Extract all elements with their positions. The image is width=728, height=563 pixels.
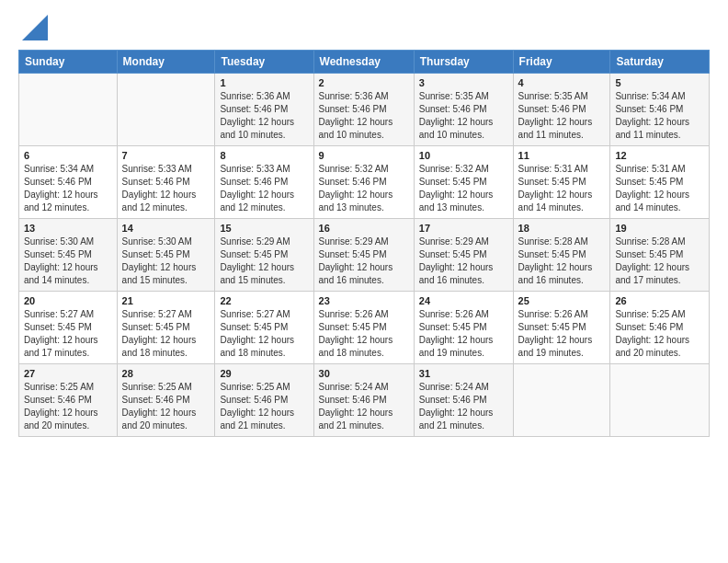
calendar-cell: 15Sunrise: 5:29 AMSunset: 5:45 PMDayligh… [215, 219, 313, 292]
day-number: 17 [419, 223, 508, 234]
day-number: 11 [518, 150, 606, 161]
day-number: 15 [220, 223, 308, 234]
day-number: 6 [24, 150, 112, 161]
calendar-week-4: 27Sunrise: 5:25 AMSunset: 5:46 PMDayligh… [19, 364, 710, 437]
day-number: 23 [319, 295, 409, 306]
calendar-cell: 8Sunrise: 5:33 AMSunset: 5:46 PMDaylight… [215, 146, 313, 219]
calendar-cell: 28Sunrise: 5:25 AMSunset: 5:46 PMDayligh… [117, 364, 215, 437]
day-number: 7 [122, 150, 210, 161]
calendar-cell [513, 364, 610, 437]
calendar-cell: 11Sunrise: 5:31 AMSunset: 5:45 PMDayligh… [513, 146, 610, 219]
day-number: 24 [419, 295, 508, 306]
calendar-cell: 21Sunrise: 5:27 AMSunset: 5:45 PMDayligh… [117, 292, 215, 364]
day-info: Sunrise: 5:26 AMSunset: 5:45 PMDaylight:… [319, 309, 393, 358]
calendar-cell: 24Sunrise: 5:26 AMSunset: 5:45 PMDayligh… [414, 292, 513, 364]
calendar-cell: 19Sunrise: 5:28 AMSunset: 5:45 PMDayligh… [610, 219, 710, 292]
day-info: Sunrise: 5:29 AMSunset: 5:45 PMDaylight:… [419, 236, 494, 285]
day-number: 26 [615, 295, 704, 306]
col-header-saturday: Saturday [610, 51, 710, 74]
col-header-monday: Monday [117, 51, 215, 74]
calendar-cell: 29Sunrise: 5:25 AMSunset: 5:46 PMDayligh… [215, 364, 313, 437]
day-info: Sunrise: 5:25 AMSunset: 5:46 PMDaylight:… [122, 382, 197, 431]
day-info: Sunrise: 5:36 AMSunset: 5:46 PMDaylight:… [319, 91, 393, 140]
day-number: 4 [518, 77, 606, 88]
day-info: Sunrise: 5:34 AMSunset: 5:46 PMDaylight:… [24, 164, 98, 213]
svg-marker-0 [22, 15, 48, 40]
day-number: 3 [419, 77, 508, 88]
day-info: Sunrise: 5:33 AMSunset: 5:46 PMDaylight:… [122, 164, 197, 213]
day-info: Sunrise: 5:26 AMSunset: 5:45 PMDaylight:… [419, 309, 494, 358]
calendar-cell: 20Sunrise: 5:27 AMSunset: 5:45 PMDayligh… [19, 292, 118, 364]
calendar-cell: 12Sunrise: 5:31 AMSunset: 5:45 PMDayligh… [610, 146, 710, 219]
day-number: 8 [220, 150, 308, 161]
day-info: Sunrise: 5:27 AMSunset: 5:45 PMDaylight:… [220, 309, 294, 358]
day-number: 19 [615, 223, 704, 234]
calendar-cell: 13Sunrise: 5:30 AMSunset: 5:45 PMDayligh… [19, 219, 118, 292]
header [18, 15, 710, 40]
day-number: 2 [319, 77, 409, 88]
day-info: Sunrise: 5:27 AMSunset: 5:45 PMDaylight:… [24, 309, 98, 358]
day-info: Sunrise: 5:24 AMSunset: 5:46 PMDaylight:… [319, 382, 393, 431]
day-number: 30 [319, 368, 409, 379]
day-number: 29 [220, 368, 308, 379]
calendar-cell: 22Sunrise: 5:27 AMSunset: 5:45 PMDayligh… [215, 292, 313, 364]
page: SundayMondayTuesdayWednesdayThursdayFrid… [0, 0, 728, 563]
day-number: 5 [615, 77, 704, 88]
calendar-cell: 25Sunrise: 5:26 AMSunset: 5:45 PMDayligh… [513, 292, 610, 364]
day-number: 10 [419, 150, 508, 161]
day-info: Sunrise: 5:28 AMSunset: 5:45 PMDaylight:… [615, 236, 689, 285]
day-number: 18 [518, 223, 606, 234]
day-info: Sunrise: 5:33 AMSunset: 5:46 PMDaylight:… [220, 164, 294, 213]
day-number: 1 [220, 77, 308, 88]
day-number: 31 [419, 368, 508, 379]
calendar-cell [19, 74, 118, 146]
calendar-cell: 26Sunrise: 5:25 AMSunset: 5:46 PMDayligh… [610, 292, 710, 364]
day-number: 21 [122, 295, 210, 306]
col-header-friday: Friday [513, 51, 610, 74]
calendar-week-3: 20Sunrise: 5:27 AMSunset: 5:45 PMDayligh… [19, 292, 710, 364]
col-header-wednesday: Wednesday [313, 51, 414, 74]
calendar-cell: 1Sunrise: 5:36 AMSunset: 5:46 PMDaylight… [215, 74, 313, 146]
day-number: 27 [24, 368, 112, 379]
day-number: 12 [615, 150, 704, 161]
day-info: Sunrise: 5:31 AMSunset: 5:45 PMDaylight:… [518, 164, 593, 213]
day-info: Sunrise: 5:30 AMSunset: 5:45 PMDaylight:… [122, 236, 197, 285]
calendar-cell: 7Sunrise: 5:33 AMSunset: 5:46 PMDaylight… [117, 146, 215, 219]
calendar-cell: 9Sunrise: 5:32 AMSunset: 5:46 PMDaylight… [313, 146, 414, 219]
calendar-header-row: SundayMondayTuesdayWednesdayThursdayFrid… [19, 51, 710, 74]
calendar-week-1: 6Sunrise: 5:34 AMSunset: 5:46 PMDaylight… [19, 146, 710, 219]
col-header-sunday: Sunday [19, 51, 118, 74]
calendar-cell [117, 74, 215, 146]
day-number: 9 [319, 150, 409, 161]
day-number: 20 [24, 295, 112, 306]
calendar-cell: 2Sunrise: 5:36 AMSunset: 5:46 PMDaylight… [313, 74, 414, 146]
calendar-cell: 27Sunrise: 5:25 AMSunset: 5:46 PMDayligh… [19, 364, 118, 437]
day-number: 22 [220, 295, 308, 306]
day-info: Sunrise: 5:31 AMSunset: 5:45 PMDaylight:… [615, 164, 689, 213]
day-info: Sunrise: 5:36 AMSunset: 5:46 PMDaylight:… [220, 91, 294, 140]
day-info: Sunrise: 5:24 AMSunset: 5:46 PMDaylight:… [419, 382, 494, 431]
calendar-cell: 10Sunrise: 5:32 AMSunset: 5:45 PMDayligh… [414, 146, 513, 219]
col-header-thursday: Thursday [414, 51, 513, 74]
day-info: Sunrise: 5:25 AMSunset: 5:46 PMDaylight:… [24, 382, 98, 431]
calendar-cell: 23Sunrise: 5:26 AMSunset: 5:45 PMDayligh… [313, 292, 414, 364]
calendar-cell [610, 364, 710, 437]
day-info: Sunrise: 5:32 AMSunset: 5:45 PMDaylight:… [419, 164, 494, 213]
day-info: Sunrise: 5:30 AMSunset: 5:45 PMDaylight:… [24, 236, 98, 285]
calendar-cell: 17Sunrise: 5:29 AMSunset: 5:45 PMDayligh… [414, 219, 513, 292]
calendar-cell: 30Sunrise: 5:24 AMSunset: 5:46 PMDayligh… [313, 364, 414, 437]
day-info: Sunrise: 5:28 AMSunset: 5:45 PMDaylight:… [518, 236, 593, 285]
day-info: Sunrise: 5:25 AMSunset: 5:46 PMDaylight:… [615, 309, 689, 358]
day-number: 28 [122, 368, 210, 379]
day-info: Sunrise: 5:25 AMSunset: 5:46 PMDaylight:… [220, 382, 294, 431]
calendar-table: SundayMondayTuesdayWednesdayThursdayFrid… [18, 50, 710, 437]
calendar-cell: 3Sunrise: 5:35 AMSunset: 5:46 PMDaylight… [414, 74, 513, 146]
day-number: 13 [24, 223, 112, 234]
calendar-week-2: 13Sunrise: 5:30 AMSunset: 5:45 PMDayligh… [19, 219, 710, 292]
day-info: Sunrise: 5:35 AMSunset: 5:46 PMDaylight:… [518, 91, 593, 140]
logo-icon [22, 15, 48, 40]
calendar-cell: 4Sunrise: 5:35 AMSunset: 5:46 PMDaylight… [513, 74, 610, 146]
day-info: Sunrise: 5:35 AMSunset: 5:46 PMDaylight:… [419, 91, 494, 140]
day-number: 25 [518, 295, 606, 306]
day-info: Sunrise: 5:32 AMSunset: 5:46 PMDaylight:… [319, 164, 393, 213]
